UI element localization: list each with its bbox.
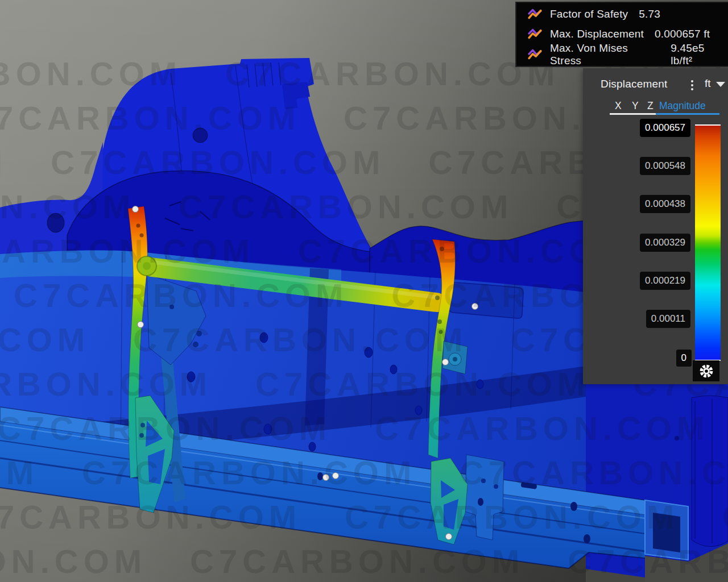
legend-colorbar bbox=[695, 124, 721, 361]
scale-label: 0.000329 bbox=[640, 234, 690, 252]
results-zigzag-icon bbox=[528, 7, 543, 21]
result-row-factor-of-safety: Factor of Safety 5.73 bbox=[516, 4, 728, 24]
displacement-legend-panel: Displacement ft X Y Z Magnitude 0.000657… bbox=[583, 68, 728, 384]
legend-title: Displacement bbox=[601, 78, 668, 90]
result-value: 5.73 bbox=[639, 8, 660, 20]
scale-label: 0.000438 bbox=[640, 195, 690, 213]
result-label: Max. Displacement bbox=[550, 28, 644, 40]
chevron-down-icon bbox=[716, 82, 725, 87]
results-zigzag-icon bbox=[528, 48, 543, 61]
gear-icon bbox=[699, 364, 714, 379]
unit-dropdown[interactable]: ft bbox=[705, 77, 725, 90]
scale-label-max[interactable]: 0.000657 bbox=[640, 119, 690, 137]
results-zigzag-icon bbox=[528, 27, 543, 41]
scale-label: 0.000219 bbox=[640, 272, 690, 290]
result-value: 0.000657 ft bbox=[655, 28, 710, 40]
tab-x[interactable]: X bbox=[615, 100, 622, 112]
app-window: C7CARBON.COM C7CARBON.COM C7CARBON.COM C… bbox=[0, 0, 728, 582]
unit-value: ft bbox=[705, 77, 711, 90]
inactive-tabs-underline bbox=[610, 113, 656, 115]
scale-label-min[interactable]: 0 bbox=[676, 350, 692, 367]
result-label: Max. Von Mises Stress bbox=[550, 42, 660, 67]
result-row-max-von-mises: Max. Von Mises Stress 9.45e5 lb/ft² bbox=[516, 44, 728, 65]
legend-settings-button[interactable] bbox=[693, 360, 719, 381]
result-value: 9.45e5 lb/ft² bbox=[671, 42, 728, 67]
results-summary-panel: Factor of Safety 5.73 Max. Displacement … bbox=[515, 2, 728, 67]
tab-magnitude[interactable]: Magnitude bbox=[659, 100, 706, 112]
scale-label: 0.000548 bbox=[640, 157, 690, 175]
tab-z[interactable]: Z bbox=[647, 100, 653, 112]
result-row-max-displacement: Max. Displacement 0.000657 ft bbox=[516, 24, 728, 45]
tab-y[interactable]: Y bbox=[632, 100, 639, 112]
scale-label: 0.00011 bbox=[646, 310, 690, 328]
kebab-menu-icon[interactable] bbox=[688, 77, 697, 93]
result-label: Factor of Safety bbox=[550, 8, 628, 20]
legend-header: Displacement ft bbox=[583, 76, 728, 93]
active-tab-underline bbox=[656, 113, 719, 115]
component-tabs: X Y Z Magnitude bbox=[583, 99, 728, 116]
